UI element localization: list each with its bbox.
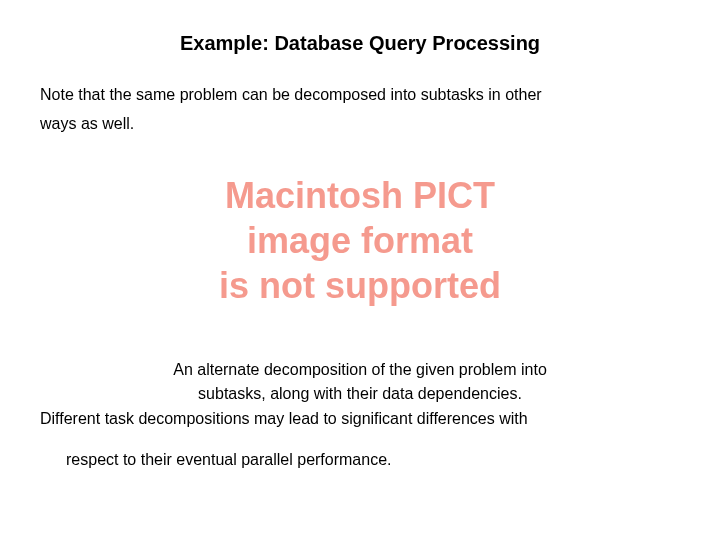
caption-block: An alternate decomposition of the given … [36, 358, 684, 473]
caption-line-3: Different task decompositions may lead t… [36, 407, 684, 432]
caption-line-1: An alternate decomposition of the given … [36, 358, 684, 383]
placeholder-line-2: image format [36, 218, 684, 263]
intro-text: Note that the same problem can be decomp… [36, 81, 684, 139]
pict-placeholder: Macintosh PICT image format is not suppo… [36, 173, 684, 308]
intro-line-2: ways as well. [40, 110, 684, 139]
placeholder-line-3: is not supported [36, 263, 684, 308]
intro-line-1: Note that the same problem can be decomp… [40, 81, 684, 110]
slide-title: Example: Database Query Processing [36, 32, 684, 55]
caption-line-2: subtasks, along with their data dependen… [36, 382, 684, 407]
placeholder-line-1: Macintosh PICT [36, 173, 684, 218]
caption-line-4: respect to their eventual parallel perfo… [36, 448, 684, 473]
slide: Example: Database Query Processing Note … [0, 0, 720, 540]
